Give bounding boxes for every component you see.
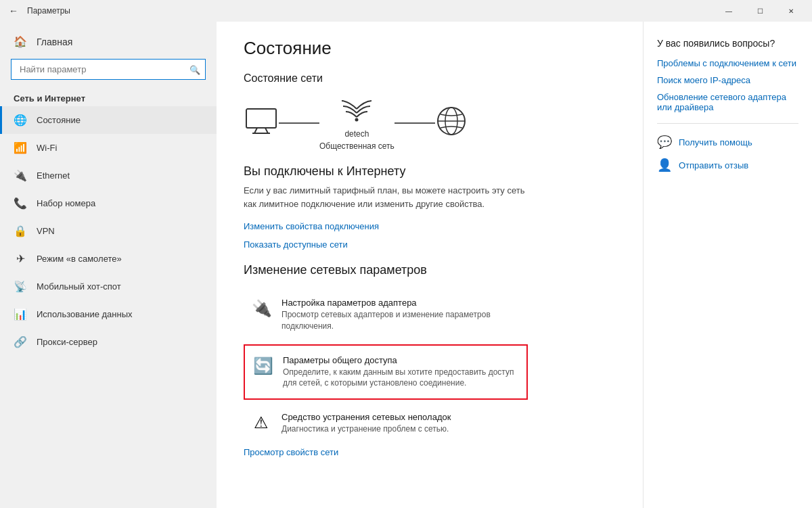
computer-icon (244, 108, 279, 139)
settings-icon-troubleshoot: ⚠ (252, 413, 271, 432)
network-status-title: Состояние сети (244, 72, 616, 85)
settings-text-troubleshoot: Средство устранения сетевых неполадок Ди… (281, 412, 451, 435)
connected-desc: Если у вас лимитный тарифный план, вы мо… (244, 184, 528, 210)
network-line-1 (279, 122, 319, 124)
titlebar-title: Параметры (27, 6, 70, 16)
divider (657, 123, 798, 124)
sidebar-item-airplane[interactable]: ✈ Режим «в самолете» (0, 245, 217, 273)
sidebar-label-wifi: Wi-Fi (37, 143, 57, 153)
sidebar-label-airplane: Режим «в самолете» (37, 254, 122, 264)
settings-text-adapter: Настройка параметров адаптера Просмотр с… (281, 298, 520, 332)
help-items: 💬 Получить помощь 👤 Отправить отзыв (657, 135, 798, 172)
sidebar-item-data[interactable]: 📊 Использование данных (0, 300, 217, 328)
wifi-node: detech Общественная сеть (319, 95, 394, 151)
settings-item-adapter[interactable]: 🔌 Настройка параметров адаптера Просмотр… (244, 288, 528, 342)
app-body: 🏠 Главная 🔍 Сеть и Интернет 🌐 Состояние … (0, 22, 812, 508)
maximize-button[interactable]: ☐ (744, 0, 775, 22)
sidebar-item-ethernet[interactable]: 🔌 Ethernet (0, 162, 217, 189)
change-settings-title: Изменение сетевых параметров (244, 263, 616, 277)
help-item-0[interactable]: 💬 Получить помощь (657, 135, 798, 149)
help-item-link-0[interactable]: Получить помощь (679, 137, 752, 147)
main-content: Состояние Состояние сети (217, 22, 643, 508)
sidebar-icon-hotspot: 📡 (14, 280, 27, 293)
svg-line-1 (254, 128, 257, 133)
sidebar-item-wifi[interactable]: 📶 Wi-Fi (0, 134, 217, 162)
search-input[interactable] (11, 59, 206, 80)
sidebar-icon-status: 🌐 (14, 114, 27, 126)
settings-desc-adapter: Просмотр сетевых адаптеров и изменение п… (281, 309, 520, 332)
settings-desc-sharing: Определите, к каким данным вы хотите пре… (283, 367, 518, 390)
help-item-link-1[interactable]: Отправить отзыв (679, 160, 748, 170)
settings-title-troubleshoot: Средство устранения сетевых неполадок (281, 412, 451, 422)
wifi-icon (342, 95, 371, 126)
sidebar-item-status[interactable]: 🌐 Состояние (0, 106, 217, 134)
sidebar-label-vpn: VPN (37, 226, 55, 236)
settings-desc-troubleshoot: Диагностика и устранение проблем с сетью… (281, 423, 451, 435)
sidebar-item-vpn[interactable]: 🔒 VPN (0, 217, 217, 245)
home-icon: 🏠 (14, 35, 27, 48)
search-icon: 🔍 (189, 64, 200, 74)
help-link-0[interactable]: Проблемы с подключением к сети (657, 58, 798, 68)
sidebar-section-title: Сеть и Интернет (0, 88, 217, 106)
sidebar-home-label: Главная (37, 37, 72, 47)
connected-title: Вы подключены к Интернету (244, 164, 616, 179)
sidebar-label-hotspot: Мобильный хот-спот (37, 281, 121, 292)
settings-title-sharing: Параметры общего доступа (283, 355, 518, 365)
sidebar-icon-vpn: 🔒 (14, 225, 27, 237)
svg-line-2 (265, 128, 268, 133)
sidebar-search-container: 🔍 (11, 59, 206, 80)
titlebar: ← Параметры — ☐ ✕ (0, 0, 812, 22)
sidebar-label-data: Использование данных (37, 309, 133, 319)
help-links: Проблемы с подключением к сетиПоиск моег… (657, 58, 798, 112)
sidebar: 🏠 Главная 🔍 Сеть и Интернет 🌐 Состояние … (0, 22, 217, 508)
sidebar-icon-data: 📊 (14, 308, 27, 321)
network-props-link[interactable]: Просмотр свойств сети (244, 447, 616, 457)
network-line-2 (394, 122, 435, 124)
sidebar-item-hotspot[interactable]: 📡 Мобильный хот-спот (0, 273, 217, 300)
node-name: detech (344, 129, 369, 139)
sidebar-icon-dialup: 📞 (14, 197, 27, 210)
close-button[interactable]: ✕ (775, 0, 807, 22)
svg-point-4 (355, 118, 359, 122)
help-link-1[interactable]: Поиск моего IP-адреса (657, 75, 798, 85)
minimize-button[interactable]: — (713, 0, 744, 22)
sidebar-icon-proxy: 🔗 (14, 336, 27, 348)
settings-item-troubleshoot[interactable]: ⚠ Средство устранения сетевых неполадок … (244, 402, 528, 444)
sidebar-item-dialup[interactable]: 📞 Набор номера (0, 189, 217, 217)
settings-items: 🔌 Настройка параметров адаптера Просмотр… (244, 288, 616, 444)
sidebar-icon-wifi: 📶 (14, 141, 27, 154)
settings-text-sharing: Параметры общего доступа Определите, к к… (283, 355, 518, 390)
sidebar-label-status: Состояние (37, 115, 81, 125)
node-network-label: Общественная сеть (319, 141, 394, 151)
sidebar-home[interactable]: 🏠 Главная (0, 27, 217, 56)
help-item-icon-1: 👤 (657, 158, 672, 172)
change-connection-link[interactable]: Изменить свойства подключения (244, 221, 616, 231)
network-diagram: detech Общественная сеть (244, 95, 616, 151)
right-panel: У вас появились вопросы? Проблемы с подк… (643, 22, 812, 508)
settings-item-sharing[interactable]: 🔄 Параметры общего доступа Определите, к… (244, 344, 528, 400)
sidebar-icon-airplane: ✈ (14, 252, 27, 265)
sidebar-label-dialup: Набор номера (37, 198, 95, 208)
page-title: Состояние (244, 38, 616, 59)
svg-rect-0 (246, 109, 276, 128)
show-networks-link[interactable]: Показать доступные сети (244, 239, 616, 250)
sidebar-label-proxy: Прокси-сервер (37, 337, 97, 347)
sidebar-nav: 🌐 Состояние 📶 Wi-Fi 🔌 Ethernet 📞 Набор н… (0, 106, 217, 356)
settings-icon-adapter: 🔌 (252, 299, 271, 318)
settings-icon-sharing: 🔄 (253, 356, 272, 375)
settings-title-adapter: Настройка параметров адаптера (281, 298, 520, 308)
back-button[interactable]: ← (5, 3, 22, 19)
sidebar-icon-ethernet: 🔌 (14, 169, 27, 182)
help-item-1[interactable]: 👤 Отправить отзыв (657, 158, 798, 172)
help-link-2[interactable]: Обновление сетевого адаптера или драйвер… (657, 92, 798, 112)
sidebar-label-ethernet: Ethernet (37, 170, 70, 181)
help-item-icon-0: 💬 (657, 135, 672, 149)
globe-node (435, 105, 468, 141)
sidebar-item-proxy[interactable]: 🔗 Прокси-сервер (0, 328, 217, 356)
help-title: У вас появились вопросы? (657, 38, 798, 49)
titlebar-controls: — ☐ ✕ (713, 0, 807, 22)
computer-node (244, 108, 279, 139)
globe-icon (435, 105, 468, 141)
